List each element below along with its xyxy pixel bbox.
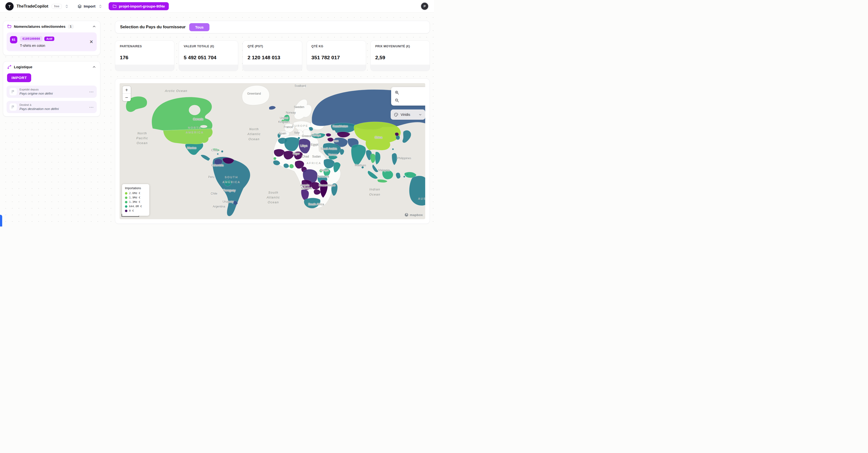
flag-icon: [9, 103, 17, 111]
route-icon: [7, 65, 12, 69]
country-filter-button[interactable]: Tous: [189, 23, 210, 31]
zoom-in-button[interactable]: +: [123, 86, 131, 94]
chevron-up-icon: [92, 24, 96, 29]
destination-value: Pays destination non défini: [20, 107, 59, 111]
nomenclature-item-content: 6109100000 Actif T-shirts en coton: [20, 36, 54, 48]
stat-card-footer: [179, 65, 238, 71]
stat-card-partenaires: PARTENAIRES 176: [115, 40, 175, 71]
nomenclature-item[interactable]: 61 6109100000 Actif T-shirts en coton ✕: [7, 32, 97, 51]
logistique-title: Logistique: [14, 65, 32, 69]
magnifier-zoom-in-button[interactable]: [393, 89, 400, 96]
legend-color-dot: [125, 205, 127, 208]
legend-item: 1.9Md €: [125, 196, 146, 199]
origin-country-row[interactable]: Expédié depuis Pays origine non défini ⋯: [7, 86, 97, 98]
map-legend: Importations 2.6Md €1.9Md €1.3Md €644.0M…: [122, 184, 149, 216]
magnifier-minus-icon: [395, 98, 399, 103]
palette-icon: [394, 112, 398, 117]
folder-open-icon: [7, 24, 12, 29]
plan-badge: free: [52, 4, 62, 9]
flag-icon: [9, 88, 17, 95]
stat-label: QTÉ (PST): [247, 45, 297, 48]
stat-value: 2 120 148 013: [247, 55, 297, 60]
user-avatar[interactable]: P: [421, 2, 429, 10]
stat-label: QTÉ KG: [311, 45, 361, 48]
legend-label: 1.3Md €: [129, 200, 140, 204]
legend-label: 1.9Md €: [129, 196, 140, 199]
stat-card-qte-kg: QTÉ KG 351 782 017: [307, 40, 366, 71]
collapse-nomenclatures-button[interactable]: [92, 24, 96, 29]
stat-card-footer: [115, 65, 174, 71]
legend-color-dot: [125, 201, 127, 203]
destination-options-button[interactable]: ⋯: [89, 105, 94, 110]
zoom-out-button[interactable]: −: [123, 94, 131, 101]
legend-item: 644.0M €: [125, 205, 146, 208]
stat-card-footer: [307, 65, 366, 71]
nomenclatures-title: Nomenclatures sélectionnées: [14, 24, 65, 29]
stat-card-footer: [243, 65, 302, 71]
palette-selector-value: Viridis: [401, 113, 410, 117]
project-button-label: projet-import-groupe-9tf4e: [119, 4, 165, 8]
origin-options-button[interactable]: ⋯: [89, 89, 94, 94]
supplier-country-card: Selection du Pays du fournisseur Tous: [115, 21, 430, 33]
legend-title: Importations: [125, 187, 146, 190]
nomenclatures-panel: Nomenclatures sélectionnées 1 61 6109100…: [3, 21, 100, 55]
supplier-country-title: Selection du Pays du fournisseur: [120, 25, 186, 29]
import-mode-button[interactable]: IMPORT: [7, 74, 31, 82]
destination-country-row[interactable]: Destiné à Pays destination non défini ⋯: [7, 101, 97, 113]
legend-item: 0 €: [125, 209, 146, 213]
stat-value: 5 492 051 704: [184, 55, 233, 60]
collapse-logistique-button[interactable]: [92, 65, 96, 69]
workspace-switcher-icon[interactable]: [64, 4, 69, 9]
world-map-svg: [120, 83, 425, 219]
legend-items: 2.6Md €1.9Md €1.3Md €644.0M €0 €: [125, 192, 146, 213]
legend-item: 2.6Md €: [125, 192, 146, 195]
legend-label: 644.0M €: [129, 205, 142, 208]
palette-selector[interactable]: Viridis: [391, 110, 425, 120]
stats-row: PARTENAIRES 176 VALEUR TOTALE (€) 5 492 …: [115, 40, 430, 71]
project-switcher-icon[interactable]: [98, 4, 103, 9]
magnifier-plus-icon: [395, 90, 399, 95]
chevron-up-icon: [92, 65, 96, 69]
mapbox-logo-icon: [404, 213, 409, 217]
destination-label: Destiné à: [20, 103, 59, 106]
map-zoom-control: + −: [123, 86, 131, 101]
stat-label: PARTENAIRES: [120, 45, 169, 48]
chat-widget-sliver[interactable]: [0, 215, 2, 227]
legend-label: 2.6Md €: [129, 192, 140, 195]
layers-icon: [78, 4, 82, 8]
app-logo-letter: T: [8, 4, 10, 8]
project-button[interactable]: projet-import-groupe-9tf4e: [108, 2, 169, 10]
app-name: TheTradeCopilot: [17, 4, 48, 8]
legend-label: 0 €: [129, 209, 134, 213]
stat-value: 176: [120, 55, 169, 60]
stat-value: 351 782 017: [311, 55, 361, 60]
map-countries: [126, 85, 425, 216]
logistique-panel: Logistique IMPORT Expédié depuis Pays or…: [3, 61, 100, 117]
stat-card-prix-moyen: PRIX MOYEN/UNITÉ (€) 2,59: [370, 40, 430, 71]
status-badge: Actif: [44, 36, 54, 41]
chevron-down-icon: [418, 113, 422, 117]
logistique-panel-header: Logistique: [3, 61, 100, 73]
magnifier-zoom-out-button[interactable]: [393, 97, 400, 104]
map-search-panel: [391, 87, 425, 106]
map[interactable]: Arctic OceanSvalbardGreenlandSwedenNorwa…: [120, 83, 425, 219]
app-logo: T: [5, 2, 13, 10]
legend-color-dot: [125, 192, 127, 195]
top-bar: T TheTradeCopilot free Import projet-imp…: [0, 0, 434, 13]
main-content: Selection du Pays du fournisseur Tous PA…: [115, 21, 430, 224]
stat-card-valeur-totale: VALEUR TOTALE (€) 5 492 051 704: [179, 40, 238, 71]
nav-import-label: Import: [84, 4, 95, 8]
folder-icon: [113, 4, 117, 8]
user-avatar-letter: P: [424, 4, 426, 8]
mapbox-attribution: mapbox: [404, 213, 423, 217]
remove-nomenclature-button[interactable]: ✕: [89, 39, 93, 44]
origin-label: Expédié depuis: [20, 88, 53, 91]
stat-label: PRIX MOYEN/UNITÉ (€): [375, 45, 425, 48]
nomenclature-item-label: T-shirts en coton: [20, 44, 54, 48]
nomenclature-chapter-badge: 61: [10, 36, 17, 44]
legend-color-dot: [125, 210, 127, 212]
mapbox-wordmark: mapbox: [410, 213, 423, 217]
stat-label: VALEUR TOTALE (€): [184, 45, 233, 48]
nomenclatures-panel-header: Nomenclatures sélectionnées 1: [3, 21, 100, 32]
nav-import[interactable]: Import: [78, 4, 95, 8]
